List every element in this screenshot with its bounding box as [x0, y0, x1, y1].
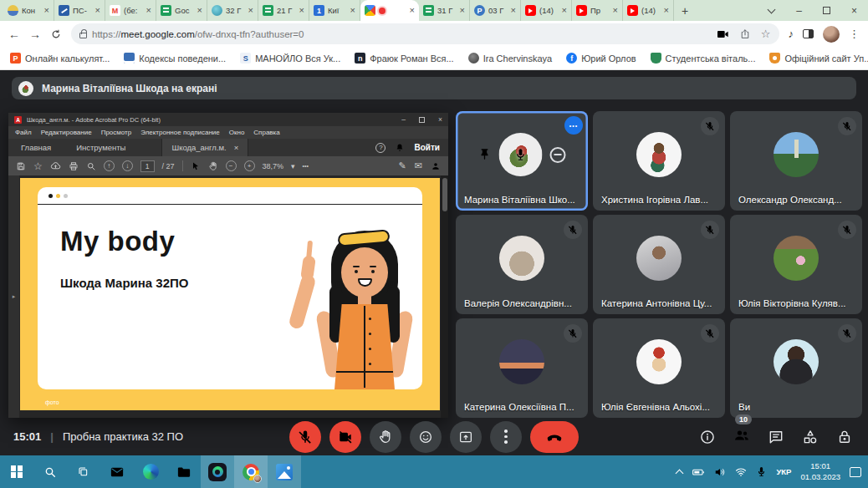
browser-tab[interactable]: 32 Г×	[207, 0, 258, 21]
taskbar-clock[interactable]: 15:0101.03.2023	[800, 461, 840, 482]
start-button[interactable]	[0, 455, 33, 488]
microphone-tray-icon[interactable]	[756, 466, 767, 477]
mail-app-button[interactable]	[100, 455, 134, 488]
browser-tab-strip: Кон× ПС-× (бе:× Goc× 32 Г× 21 Г× Киї× × …	[0, 0, 868, 21]
activities-button[interactable]	[802, 429, 819, 445]
participant-tile[interactable]: Валерія Олександрівн...	[456, 215, 588, 314]
bookmark-item[interactable]: Кодексы поведени...	[124, 53, 226, 64]
participant-name: Юлія Вікторівна Куляв...	[738, 298, 846, 308]
tab-close-icon[interactable]: ×	[197, 6, 202, 15]
edge-app-button[interactable]	[134, 455, 167, 488]
participant-name: Валерія Олександрівн...	[464, 298, 572, 308]
tab-search-chevron-icon[interactable]	[758, 0, 785, 21]
browser-tab[interactable]: 21 Г×	[258, 0, 309, 21]
participant-tile-presenter[interactable]: ••• Марина Віталіївна Шко...	[456, 111, 588, 211]
thumbnails-panel-collapsed: ▸	[8, 175, 19, 418]
tab-close-icon[interactable]: ×	[350, 6, 355, 15]
extension-sidebar-icon[interactable]	[803, 29, 814, 38]
raise-hand-button[interactable]	[370, 421, 401, 453]
bookmark-item[interactable]: Фраюк Роман Вся...	[355, 53, 453, 64]
chat-panel-button[interactable]	[768, 429, 784, 445]
camera-toggle-button[interactable]	[329, 421, 361, 453]
bookmark-item[interactable]: Студентська віталь...	[651, 53, 756, 64]
present-button[interactable]	[450, 421, 482, 453]
zoom-out-icon: −	[226, 160, 237, 171]
tab-close-icon[interactable]: ×	[664, 6, 669, 15]
window-maximize-button[interactable]	[813, 0, 840, 21]
profile-avatar[interactable]	[823, 26, 840, 43]
meet-main-area: Марина Віталіївна Шкода на екрані A Шкод…	[0, 70, 868, 455]
browser-tab[interactable]: Киї×	[309, 0, 360, 21]
mic-toggle-button[interactable]	[289, 421, 321, 453]
browser-tab[interactable]: Goc×	[156, 0, 207, 21]
tile-more-options-badge[interactable]: •••	[564, 116, 583, 135]
forward-button[interactable]: →	[29, 28, 41, 41]
tab-label: Киї	[328, 6, 347, 15]
window-minimize-button[interactable]: –	[785, 0, 813, 21]
window-close-button[interactable]: ×	[840, 0, 868, 21]
address-bar[interactable]: https://meet.google.com/ofw-dnxq-tfn?aut…	[71, 23, 779, 44]
browser-tab[interactable]: (14)×	[623, 0, 674, 21]
participant-tile[interactable]: Юлія Вікторівна Куляв...	[730, 215, 862, 314]
participant-tile[interactable]: Христина Ігорівна Лав...	[593, 111, 725, 211]
screen-share-tile[interactable]: A Шкода_англ.м. - Adobe Acrobat Pro DC (…	[8, 113, 448, 418]
browser-tab[interactable]: ПС-×	[54, 0, 105, 21]
browser-tab[interactable]: Пр×	[572, 0, 623, 21]
file-explorer-button[interactable]	[167, 455, 201, 488]
host-controls-button[interactable]	[836, 429, 853, 445]
tab-close-icon[interactable]: ×	[248, 6, 253, 15]
camera-in-use-icon[interactable]	[716, 28, 729, 41]
bookmark-item[interactable]: Ira Chervinskaya	[468, 53, 553, 64]
reload-button[interactable]	[50, 28, 62, 40]
bookmark-star-icon[interactable]: ☆	[761, 28, 771, 40]
share-icon[interactable]	[739, 28, 751, 40]
tab-close-icon[interactable]: ×	[146, 6, 151, 15]
new-tab-button[interactable]: +	[674, 0, 696, 21]
tab-close-icon[interactable]: ×	[613, 6, 618, 15]
tab-close-icon[interactable]: ×	[44, 6, 49, 15]
tab-close-icon[interactable]: ×	[299, 6, 304, 15]
action-center-icon[interactable]	[850, 467, 861, 477]
tab-close-icon[interactable]: ×	[511, 6, 516, 15]
webex-app-button[interactable]	[201, 455, 234, 488]
wifi-icon[interactable]	[735, 466, 747, 478]
send-mail-icon: ✉	[415, 160, 422, 171]
participant-tile[interactable]: Юлія Євгенівна Альохі...	[593, 318, 725, 418]
bookmark-item[interactable]: Онлайн калькулят...	[10, 53, 110, 64]
browser-tab[interactable]: (14)×	[521, 0, 572, 21]
browser-tab[interactable]: 31 Г×	[419, 0, 470, 21]
tab-close-icon[interactable]: ×	[562, 6, 567, 15]
browser-tab[interactable]: (бе:×	[105, 0, 156, 21]
meeting-details-button[interactable]	[699, 429, 716, 445]
task-view-button[interactable]	[67, 455, 100, 488]
tab-close-icon[interactable]: ×	[460, 6, 465, 15]
browser-tab[interactable]: 03 Г×	[470, 0, 521, 21]
tab-close-icon[interactable]: ×	[95, 6, 100, 15]
doc-tab-close-icon: ×	[234, 143, 239, 152]
browser-tab-meet-active[interactable]: ×	[360, 0, 419, 21]
chrome-app-button[interactable]	[234, 455, 268, 488]
participant-tile[interactable]: Катерина Антонівна Цу...	[593, 215, 725, 314]
volume-icon[interactable]	[714, 466, 726, 478]
photos-app-button[interactable]	[268, 455, 301, 488]
tab-close-icon[interactable]: ×	[410, 6, 415, 15]
reactions-button[interactable]	[410, 421, 442, 453]
browser-tab[interactable]: Кон×	[3, 0, 54, 21]
taskbar-search-button[interactable]	[33, 455, 67, 488]
more-options-button[interactable]	[490, 421, 522, 453]
bookmark-item[interactable]: Офіційний сайт Уп...	[769, 53, 868, 64]
bookmark-item[interactable]: Юрий Орлов	[566, 53, 636, 64]
language-indicator[interactable]: УКР	[776, 467, 791, 476]
bookmark-item[interactable]: МАНОЙЛО Вся Ук...	[240, 53, 340, 64]
participant-tile[interactable]: Олександр Олександ...	[730, 111, 862, 211]
tray-expand-chevron[interactable]	[676, 469, 684, 477]
participant-tile[interactable]: Катерина Олексіївна П...	[456, 318, 588, 418]
battery-icon[interactable]	[692, 465, 705, 479]
leave-call-button[interactable]	[530, 421, 579, 453]
people-panel-button[interactable]: 10	[733, 427, 750, 447]
participant-tile-self[interactable]: Ви	[730, 318, 862, 418]
back-button[interactable]: ←	[8, 28, 20, 41]
participant-name: Катерина Олексіївна П...	[464, 402, 574, 412]
browser-menu-icon[interactable]: ⋮	[849, 28, 860, 40]
extension-music-icon[interactable]: ♪	[789, 28, 794, 40]
